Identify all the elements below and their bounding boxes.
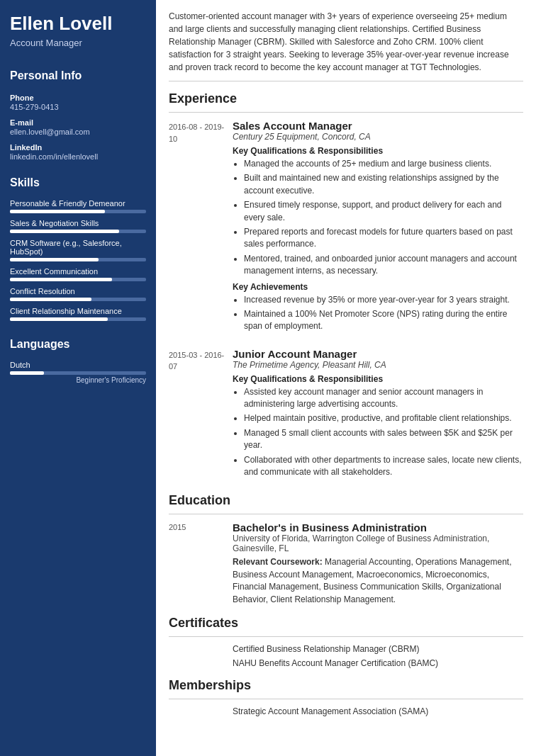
cert-text: Certified Business Relationship Manager …	[233, 644, 419, 654]
skill-item: Personable & Friendly Demeanor	[10, 199, 146, 213]
sidebar: Ellen Lovell Account Manager Personal In…	[0, 0, 156, 756]
skill-item: Client Relationship Maintenance	[10, 307, 146, 321]
cert-blank	[169, 658, 233, 668]
education-section: Education 2015 Bachelor's in Business Ad…	[169, 493, 523, 606]
language-bar-fill	[10, 371, 44, 375]
personal-info-section: Personal Info Phone 415-279-0413 E-mail …	[0, 58, 156, 165]
skill-name: Client Relationship Maintenance	[10, 307, 146, 315]
experience-section: Experience 2016-08 - 2019-10 Sales Accou…	[169, 91, 523, 480]
member-blank	[169, 706, 233, 716]
bullet-item: Managed 5 small client accounts with sal…	[244, 427, 523, 452]
language-name: Dutch	[10, 361, 146, 369]
skill-bar-bg	[10, 298, 146, 301]
skill-item: Conflict Resolution	[10, 287, 146, 301]
skills-title: Skills	[0, 172, 156, 193]
certificates-title: Certificates	[169, 616, 523, 631]
skill-bar-bg	[10, 258, 146, 261]
candidate-title: Account Manager	[10, 38, 146, 48]
languages-section: Languages Dutch Beginner's Proficiency	[0, 327, 156, 388]
languages-title: Languages	[0, 334, 156, 355]
exp-date: 2016-08 - 2019-10	[169, 120, 233, 335]
certificates-section: Certificates Certified Business Relation…	[169, 616, 523, 668]
summary-text: Customer-oriented account manager with 3…	[169, 10, 523, 81]
skill-name: CRM Software (e.g., Salesforce, HubSpot)	[10, 239, 146, 256]
language-bar-bg	[10, 371, 146, 375]
exp-content: Sales Account Manager Century 25 Equipme…	[233, 120, 523, 335]
exp-title: Junior Account Manager	[233, 348, 523, 360]
member-text: Strategic Account Management Association…	[233, 706, 428, 716]
cert-blank	[169, 644, 233, 654]
bullet-item: Mentored, trained, and onboarded junior …	[244, 253, 523, 278]
bullet-item: Ensured timely response, support, and pr…	[244, 199, 523, 224]
skill-bar-bg	[10, 230, 146, 233]
exp-bullets: Increased revenue by 35% or more year-ov…	[233, 294, 523, 333]
skill-name: Sales & Negotiation Skills	[10, 219, 146, 227]
language-level: Beginner's Proficiency	[10, 376, 146, 384]
edu-date: 2015	[169, 521, 233, 606]
main-content: Customer-oriented account manager with 3…	[156, 0, 536, 756]
membership-entry: Strategic Account Management Association…	[169, 706, 523, 716]
skill-bar-fill	[10, 258, 99, 261]
edu-school: University of Florida, Warrington Colleg…	[233, 534, 523, 553]
linkedin-label: LinkedIn	[10, 143, 146, 152]
bullet-item: Assisted key account manager and senior …	[244, 386, 523, 411]
experience-divider	[169, 112, 523, 113]
skills-section: Skills Personable & Friendly Demeanor Sa…	[0, 165, 156, 327]
skill-name: Conflict Resolution	[10, 287, 146, 295]
skill-bar-fill	[10, 317, 108, 321]
candidate-name: Ellen Lovell	[10, 13, 146, 35]
skill-item: Sales & Negotiation Skills	[10, 219, 146, 233]
personal-info-title: Personal Info	[0, 65, 156, 86]
skill-item: CRM Software (e.g., Salesforce, HubSpot)	[10, 239, 146, 261]
education-entry: 2015 Bachelor's in Business Administrati…	[169, 521, 523, 606]
sidebar-header: Ellen Lovell Account Manager	[0, 0, 156, 58]
exp-content: Junior Account Manager The Primetime Age…	[233, 348, 523, 481]
skill-name: Personable & Friendly Demeanor	[10, 199, 146, 208]
skill-item: Excellent Communication	[10, 267, 146, 281]
exp-title: Sales Account Manager	[233, 120, 523, 132]
bullet-item: Prepared reports and forecast models for…	[244, 226, 523, 251]
skill-bar-fill	[10, 230, 119, 233]
certificates-divider	[169, 636, 523, 637]
skill-bar-fill	[10, 210, 105, 213]
skill-name: Excellent Communication	[10, 267, 146, 276]
bullet-item: Helped maintain positive, productive, an…	[244, 412, 523, 424]
bullet-item: Maintained a 100% Net Promoter Score (NP…	[244, 308, 523, 333]
exp-section-heading: Key Qualifications & Responsibilities	[233, 374, 523, 384]
exp-section-heading: Key Qualifications & Responsibilities	[233, 146, 523, 156]
bullet-item: Built and maintained new and existing re…	[244, 172, 523, 197]
exp-company: The Primetime Agency, Pleasant Hill, CA	[233, 360, 523, 370]
edu-degree: Bachelor's in Business Administration	[233, 521, 523, 534]
education-title: Education	[169, 493, 523, 508]
exp-section-heading: Key Achievements	[233, 282, 523, 292]
language-item: Dutch Beginner's Proficiency	[10, 361, 146, 384]
education-divider	[169, 514, 523, 514]
certificate-entry: Certified Business Relationship Manager …	[169, 644, 523, 654]
bullet-item: Increased revenue by 35% or more year-ov…	[244, 294, 523, 306]
skill-bar-bg	[10, 317, 146, 321]
experience-title: Experience	[169, 91, 523, 106]
skill-bar-fill	[10, 278, 112, 281]
bullet-item: Managed the accounts of 25+ medium and l…	[244, 158, 523, 170]
skill-bar-bg	[10, 278, 146, 281]
email-label: E-mail	[10, 118, 146, 127]
exp-bullets: Assisted key account manager and senior …	[233, 386, 523, 479]
bullet-item: Collaborated with other departments to i…	[244, 454, 523, 479]
memberships-section: Memberships Strategic Account Management…	[169, 678, 523, 716]
memberships-divider	[169, 699, 523, 699]
phone-label: Phone	[10, 94, 146, 102]
edu-content: Bachelor's in Business Administration Un…	[233, 521, 523, 606]
memberships-title: Memberships	[169, 678, 523, 693]
exp-date: 2015-03 - 2016-07	[169, 348, 233, 481]
skill-bar-bg	[10, 210, 146, 213]
exp-company: Century 25 Equipment, Concord, CA	[233, 132, 523, 142]
skill-bar-fill	[10, 298, 91, 301]
experience-entry: 2015-03 - 2016-07 Junior Account Manager…	[169, 348, 523, 481]
certificate-entry: NAHU Benefits Account Manager Certificat…	[169, 658, 523, 668]
exp-bullets: Managed the accounts of 25+ medium and l…	[233, 158, 523, 278]
phone-value: 415-279-0413	[10, 103, 146, 111]
edu-coursework: Relevant Coursework: Managerial Accounti…	[233, 556, 523, 606]
cert-text: NAHU Benefits Account Manager Certificat…	[233, 658, 438, 668]
email-value: ellen.lovell@gmail.com	[10, 128, 146, 136]
linkedin-value: linkedin.com/in/ellenlovell	[10, 152, 146, 161]
